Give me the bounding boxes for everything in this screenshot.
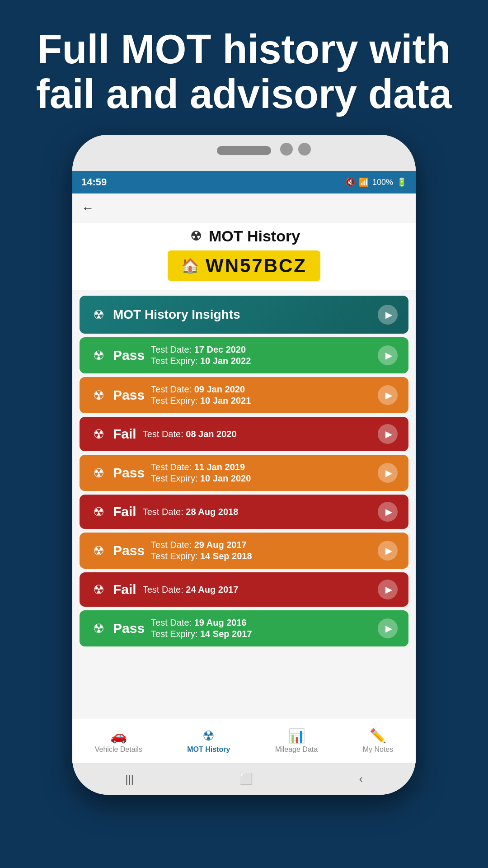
mot-row-0[interactable]: ☢PassTest Date: 17 Dec 2020Test Expiry: … <box>80 337 408 373</box>
nav-mot-history[interactable]: ☢ MOT History <box>187 728 230 754</box>
nav-notes-icon: ✏️ <box>370 728 386 744</box>
mot-expiry-date-3: Test Expiry: 10 Jan 2020 <box>151 473 251 484</box>
nav-mot-label: MOT History <box>187 745 230 754</box>
nav-vehicle-label: Vehicle Details <box>95 745 142 754</box>
mot-hazard-icon-1: ☢ <box>90 387 107 403</box>
nav-mileage-label: Mileage Data <box>275 745 318 754</box>
mot-play-btn-7[interactable]: ▶ <box>378 618 398 638</box>
insights-play-button[interactable]: ▶ <box>378 305 398 325</box>
mot-play-icon-2: ▶ <box>385 429 392 439</box>
mot-test-date-7: Test Date: 19 Aug 2016 <box>151 618 252 628</box>
mot-row-6[interactable]: ☢FailTest Date: 24 Aug 2017▶ <box>80 572 408 607</box>
nav-mileage-data[interactable]: 📊 Mileage Data <box>275 728 318 754</box>
mot-dates-6: Test Date: 24 Aug 2017 <box>143 585 239 595</box>
mot-status-1: Pass <box>113 387 145 403</box>
insights-left: ☢ MOT History Insights <box>90 307 240 323</box>
status-time: 14:59 <box>81 176 107 188</box>
mot-test-date-6: Test Date: 24 Aug 2017 <box>143 585 239 595</box>
insights-banner[interactable]: ☢ MOT History Insights ▶ <box>80 296 408 334</box>
mot-row-7[interactable]: ☢PassTest Date: 19 Aug 2016Test Expiry: … <box>80 610 408 646</box>
mot-test-date-5: Test Date: 29 Aug 2017 <box>151 540 252 550</box>
mute-icon: 🔇 <box>345 177 355 187</box>
mot-play-icon-7: ▶ <box>385 623 392 634</box>
page-headline: Full MOT history with fail and advisory … <box>27 27 461 117</box>
mot-dates-1: Test Date: 09 Jan 2020Test Expiry: 10 Ja… <box>151 384 251 406</box>
nav-vehicle-details[interactable]: 🚗 Vehicle Details <box>95 728 142 754</box>
mot-hazard-icon-0: ☢ <box>90 347 107 363</box>
mot-row-4[interactable]: ☢FailTest Date: 28 Aug 2018▶ <box>80 495 408 529</box>
camera-1 <box>280 143 293 156</box>
phone-top <box>72 135 416 171</box>
phone-bottom: ||| ⬜ ‹ <box>72 763 416 795</box>
mot-hazard-icon-7: ☢ <box>90 620 107 637</box>
mot-status-2: Fail <box>113 426 136 442</box>
mot-dates-7: Test Date: 19 Aug 2016Test Expiry: 14 Se… <box>151 618 252 639</box>
nav-my-notes[interactable]: ✏️ My Notes <box>363 728 394 754</box>
mot-row-3[interactable]: ☢PassTest Date: 11 Jan 2019Test Expiry: … <box>80 455 408 491</box>
mot-status-6: Fail <box>113 582 136 597</box>
page-header: Full MOT history with fail and advisory … <box>0 0 488 135</box>
mot-row-2[interactable]: ☢FailTest Date: 08 Jan 2020▶ <box>80 417 408 451</box>
nav-mileage-icon: 📊 <box>288 728 305 744</box>
mot-play-btn-2[interactable]: ▶ <box>378 424 398 444</box>
mot-play-icon-5: ▶ <box>385 545 392 556</box>
nav-notes-label: My Notes <box>363 745 394 754</box>
battery-text: 100% <box>372 178 393 187</box>
mot-hazard-icon-3: ☢ <box>90 465 107 481</box>
mot-test-date-1: Test Date: 09 Jan 2020 <box>151 384 251 395</box>
plate-number: WN57BCZ <box>206 255 307 277</box>
mot-test-date-3: Test Date: 11 Jan 2019 <box>151 462 251 472</box>
back-button[interactable]: ← <box>81 201 94 216</box>
wifi-icon: 📶 <box>359 177 369 187</box>
screen-title: ☢ MOT History <box>188 227 300 245</box>
garage-icon: 🏠 <box>181 257 199 274</box>
mot-row-left-7: ☢PassTest Date: 19 Aug 2016Test Expiry: … <box>90 618 252 639</box>
nav-mot-icon: ☢ <box>202 728 215 744</box>
mot-play-btn-0[interactable]: ▶ <box>378 345 398 365</box>
mot-row-left-1: ☢PassTest Date: 09 Jan 2020Test Expiry: … <box>90 384 251 406</box>
mot-play-icon-3: ▶ <box>385 467 392 478</box>
title-hazard-icon: ☢ <box>188 228 204 245</box>
mot-hazard-icon-4: ☢ <box>90 504 107 520</box>
mot-row-left-4: ☢FailTest Date: 28 Aug 2018 <box>90 504 238 520</box>
mot-row-5[interactable]: ☢PassTest Date: 29 Aug 2017Test Expiry: … <box>80 533 408 569</box>
mot-dates-2: Test Date: 08 Jan 2020 <box>143 429 237 439</box>
battery-icon: 🔋 <box>397 177 407 187</box>
mot-row-left-6: ☢FailTest Date: 24 Aug 2017 <box>90 581 238 598</box>
gesture-lines: ||| <box>125 773 134 785</box>
mot-hazard-icon-2: ☢ <box>90 426 107 442</box>
title-area: ☢ MOT History 🏠 WN57BCZ <box>72 223 416 290</box>
mot-test-date-4: Test Date: 28 Aug 2018 <box>143 507 239 517</box>
mot-dates-5: Test Date: 29 Aug 2017Test Expiry: 14 Se… <box>151 540 252 561</box>
mot-play-btn-5[interactable]: ▶ <box>378 541 398 561</box>
mot-hazard-icon-5: ☢ <box>90 542 107 559</box>
mot-status-0: Pass <box>113 348 145 363</box>
mot-row-left-5: ☢PassTest Date: 29 Aug 2017Test Expiry: … <box>90 540 252 561</box>
mot-row-left-3: ☢PassTest Date: 11 Jan 2019Test Expiry: … <box>90 462 251 484</box>
plate-badge: 🏠 WN57BCZ <box>168 250 320 281</box>
mot-status-3: Pass <box>113 465 145 481</box>
mot-play-btn-6[interactable]: ▶ <box>378 580 398 599</box>
mot-dates-3: Test Date: 11 Jan 2019Test Expiry: 10 Ja… <box>151 462 251 484</box>
mot-play-btn-4[interactable]: ▶ <box>378 502 398 522</box>
nav-vehicle-icon: 🚗 <box>110 728 127 744</box>
mot-expiry-date-0: Test Expiry: 10 Jan 2022 <box>151 356 251 366</box>
insights-label: MOT History Insights <box>113 307 240 322</box>
gesture-back: ‹ <box>359 773 363 785</box>
insights-play-icon: ▶ <box>385 309 392 320</box>
phone-frame: 14:59 🔇 📶 100% 🔋 ← ☢ MOT History 🏠 WN57B… <box>72 135 416 795</box>
mot-test-date-2: Test Date: 08 Jan 2020 <box>143 429 237 439</box>
mot-play-icon-6: ▶ <box>385 584 392 595</box>
camera-2 <box>298 143 311 156</box>
mot-play-btn-3[interactable]: ▶ <box>378 463 398 483</box>
mot-play-btn-1[interactable]: ▶ <box>378 385 398 405</box>
mot-status-5: Pass <box>113 543 145 558</box>
mot-row-1[interactable]: ☢PassTest Date: 09 Jan 2020Test Expiry: … <box>80 377 408 413</box>
mot-test-date-0: Test Date: 17 Dec 2020 <box>151 344 251 355</box>
mot-dates-4: Test Date: 28 Aug 2018 <box>143 507 239 517</box>
mot-expiry-date-5: Test Expiry: 14 Sep 2018 <box>151 551 252 561</box>
mot-play-icon-0: ▶ <box>385 350 392 361</box>
mot-row-left-0: ☢PassTest Date: 17 Dec 2020Test Expiry: … <box>90 344 251 366</box>
gesture-square: ⬜ <box>239 773 253 785</box>
mot-status-4: Fail <box>113 504 136 519</box>
